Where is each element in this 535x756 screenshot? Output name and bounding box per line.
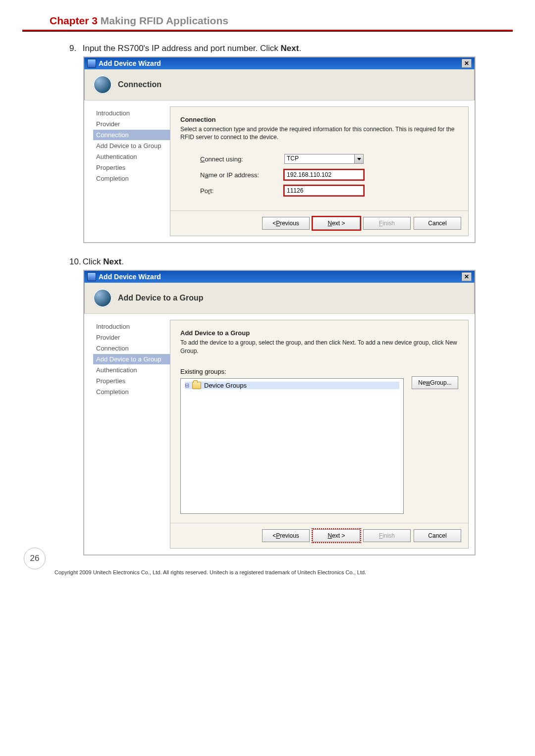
thin-rule — [22, 31, 513, 32]
step-9-bold: Next — [281, 44, 299, 53]
wizard-header-title: Add Device to a Group — [118, 294, 203, 302]
step-10-num: 10. — [69, 257, 80, 267]
wizard-button-row: < Previous< Previous Next >Next > Finish… — [170, 210, 468, 236]
nav-item-properties[interactable]: Properties — [93, 376, 170, 386]
section-desc: Select a connection type and provide the… — [180, 125, 458, 141]
wizard-header-title: Connection — [118, 80, 161, 89]
close-icon[interactable]: ✕ — [462, 272, 472, 281]
wizard-main: Add Device to a Group To add the device … — [170, 320, 469, 548]
nav-item-introduction[interactable]: Introduction — [93, 321, 170, 332]
label-existing-groups: Existing groups:Existing groups: — [180, 368, 458, 375]
previous-button[interactable]: < Previous< Previous — [262, 529, 310, 542]
step-9: 9. Input the RS700's IP address and port… — [0, 44, 513, 53]
wizard-title: Add Device Wizard — [99, 59, 161, 67]
wizard-nav: Introduction Provider Connection Add Dev… — [84, 101, 170, 242]
wizard-header-icon — [93, 75, 112, 94]
new-group-button[interactable]: New Group...New Group... — [412, 376, 458, 389]
section-title: Connection — [180, 116, 458, 123]
chapter-title: Making RFID Applications — [101, 15, 228, 26]
nav-item-completion[interactable]: Completion — [93, 173, 170, 184]
label-connect-using: CConnect using:onnect using: — [200, 155, 284, 163]
finish-button: FinishFinish — [363, 217, 411, 230]
wizard-title: Add Device Wizard — [99, 273, 161, 281]
nav-item-authentication[interactable]: Authentication — [93, 365, 170, 375]
wizard-header: Add Device to a Group — [84, 283, 475, 314]
cancel-button-label: Cancel — [428, 532, 446, 539]
section-title: Add Device to a Group — [180, 329, 458, 337]
expand-icon[interactable]: ⊟ — [185, 382, 189, 389]
wizard-connection: Add Device Wizard ✕ Connection Introduct… — [83, 56, 476, 243]
step-9-num: 9. — [69, 44, 80, 53]
cancel-button[interactable]: Cancel — [414, 217, 461, 230]
cancel-button[interactable]: Cancel — [414, 529, 461, 542]
nav-item-connection[interactable]: Connection — [93, 343, 170, 353]
tree-root-label: Device Groups — [204, 382, 247, 389]
chevron-down-icon[interactable] — [354, 154, 363, 163]
wizard-nav: Introduction Provider Connection Add Dev… — [84, 314, 170, 554]
existing-groups-tree[interactable]: ⊟ Device Groups — [180, 378, 404, 514]
connect-using-select[interactable]: TCP — [284, 154, 364, 164]
nav-item-add-device[interactable]: Add Device to a Group — [93, 141, 170, 151]
wizard-titlebar-icon — [87, 272, 96, 281]
nav-item-introduction[interactable]: Introduction — [93, 108, 170, 118]
next-button[interactable]: Next >Next > — [313, 217, 360, 230]
nav-item-provider[interactable]: Provider — [93, 332, 170, 343]
page-number: 26 — [24, 548, 46, 569]
nav-item-connection[interactable]: Connection — [93, 130, 170, 140]
step-9-text-c: . — [299, 44, 301, 53]
wizard-main: Connection Select a connection type and … — [170, 106, 469, 236]
connect-using-value: TCP — [287, 155, 299, 162]
nav-item-provider[interactable]: Provider — [93, 119, 170, 129]
step-10-text: 10. Click Next. — [69, 257, 513, 267]
section-desc: To add the device to a group, select the… — [180, 339, 458, 354]
step-10-text-a: Click — [83, 257, 104, 266]
nav-item-completion[interactable]: Completion — [93, 387, 170, 397]
label-ip: Name or IP address:Name or IP address: — [200, 171, 284, 179]
step-9-text-a: Input the RS700's IP address and port nu… — [83, 44, 281, 53]
tree-root-item[interactable]: ⊟ Device Groups — [185, 382, 399, 389]
wizard-titlebar: Add Device Wizard ✕ — [84, 271, 475, 283]
step-10: 10. Click Next. — [0, 257, 513, 267]
document-page: Chapter 3 Making RFID Applications 9. In… — [0, 0, 535, 585]
ip-address-input[interactable] — [284, 170, 364, 180]
label-port: Port:Port: — [200, 187, 284, 195]
nav-item-add-device[interactable]: Add Device to a Group — [93, 354, 170, 364]
next-button[interactable]: Next >Next > — [313, 529, 360, 542]
wizard-titlebar: Add Device Wizard ✕ — [84, 57, 475, 69]
nav-item-authentication[interactable]: Authentication — [93, 151, 170, 162]
wizard-header-icon — [93, 289, 112, 307]
previous-button[interactable]: < Previous< Previous — [262, 217, 310, 230]
step-9-text: 9. Input the RS700's IP address and port… — [69, 44, 513, 53]
close-icon[interactable]: ✕ — [462, 59, 472, 68]
cancel-button-label: Cancel — [428, 220, 446, 227]
wizard-add-device-group: Add Device Wizard ✕ Add Device to a Grou… — [83, 270, 476, 555]
chapter-header: Chapter 3 Making RFID Applications — [50, 15, 513, 27]
step-10-bold: Next — [103, 257, 121, 266]
port-input[interactable] — [284, 186, 364, 196]
wizard-header: Connection — [84, 69, 475, 101]
wizard-button-row: < Previous< Previous Next >Next > Finish… — [170, 523, 468, 548]
nav-item-properties[interactable]: Properties — [93, 162, 170, 173]
wizard-titlebar-icon — [87, 59, 96, 68]
folder-icon — [192, 382, 201, 389]
finish-button: FinishFinish — [363, 529, 411, 542]
step-10-text-c: . — [121, 257, 124, 266]
chapter-label: Chapter 3 — [50, 15, 98, 26]
copyright-text: Copyright 2009 Unitech Electronics Co., … — [54, 569, 505, 575]
